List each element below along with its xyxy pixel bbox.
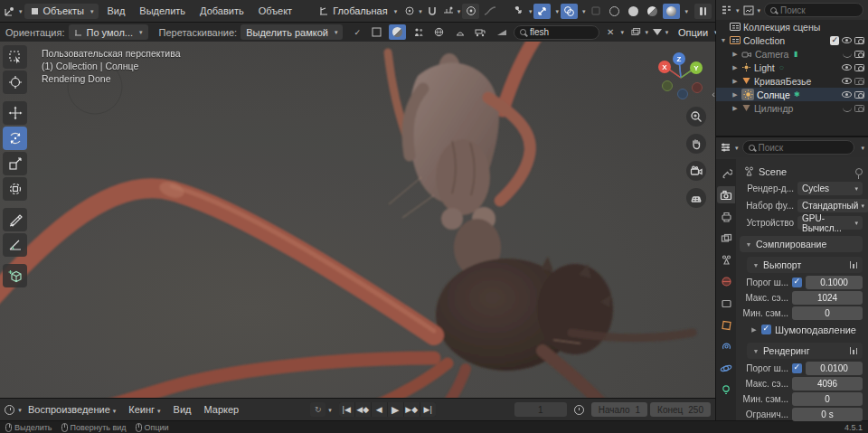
play-button[interactable]: ▶: [388, 402, 403, 417]
sidebar-collapse-arrow[interactable]: ‹: [712, 89, 715, 99]
tool-transform[interactable]: [3, 177, 27, 201]
frame-start-field[interactable]: Начало 1: [591, 402, 647, 417]
menu-timeline-view[interactable]: Вид: [167, 404, 198, 415]
axis-x-ball[interactable]: X: [658, 61, 671, 73]
chevron-down-icon[interactable]: ▾: [684, 8, 688, 14]
proportional-edit-button[interactable]: [462, 4, 479, 19]
tab-tool[interactable]: [717, 165, 735, 182]
render-min-samples-field[interactable]: 0: [792, 392, 863, 406]
chevron-expanded-icon[interactable]: ▼: [720, 37, 727, 43]
jump-end-button[interactable]: ▶|: [420, 402, 436, 417]
tool-annotate[interactable]: [3, 208, 27, 231]
frame-end-field[interactable]: Конец 250: [650, 402, 711, 417]
scene-collection-row[interactable]: Коллекция сцены: [716, 20, 868, 33]
chevron-down-icon[interactable]: ▾: [582, 8, 586, 14]
outliner-display-mode-button[interactable]: ▾: [743, 3, 761, 18]
presets-icon[interactable]: [850, 347, 858, 354]
camera-view-button[interactable]: [686, 161, 706, 181]
tool-add-primitive[interactable]: [3, 264, 27, 287]
render-subsection-header[interactable]: ▼ Рендеринг: [747, 343, 863, 359]
tab-world[interactable]: [717, 273, 735, 290]
min-samples-field[interactable]: 0: [792, 306, 863, 320]
eye-closed-icon[interactable]: [843, 108, 852, 112]
noise-threshold-field[interactable]: 0.1000: [806, 276, 863, 289]
tab-view-layer[interactable]: [717, 230, 735, 247]
brush-search-field[interactable]: [514, 25, 599, 40]
shading-material-button[interactable]: [644, 4, 661, 19]
axis-neg-y-ball[interactable]: [662, 80, 673, 91]
snap-toggle-button[interactable]: [424, 4, 441, 19]
slot-sphere-button[interactable]: [389, 24, 406, 40]
mode-dropdown[interactable]: Объекты ▾: [24, 4, 99, 19]
tab-collection-props[interactable]: [717, 295, 735, 312]
presets-icon[interactable]: [850, 261, 858, 268]
eye-open-icon[interactable]: [842, 37, 852, 43]
outliner-search-input[interactable]: [780, 5, 835, 15]
outliner-item-light[interactable]: ▶ Light ◌: [716, 61, 868, 74]
ortho-toggle-button[interactable]: [686, 188, 706, 208]
chevron-down-icon[interactable]: ▾: [555, 8, 559, 14]
pivot-point-dropdown[interactable]: ▾: [404, 4, 422, 19]
chevron-collapsed-icon[interactable]: ▶: [731, 91, 739, 99]
shading-wireframe-button[interactable]: [606, 4, 623, 19]
time-limit-field[interactable]: 0 s: [792, 408, 863, 421]
chevron-down-icon[interactable]: ▾: [861, 145, 864, 151]
render-noise-threshold-checkbox[interactable]: [792, 363, 802, 373]
sync-button[interactable]: ↻: [310, 402, 326, 417]
shading-solid-button[interactable]: [625, 4, 642, 19]
render-engine-dropdown[interactable]: Cycles▾: [797, 182, 863, 195]
transform-orientation-dropdown[interactable]: Глобальная ▾: [313, 4, 402, 19]
menu-add[interactable]: Добавить: [193, 5, 250, 16]
outliner-item-camera[interactable]: ▶ Camera ▮: [716, 47, 868, 61]
auto-keying-button[interactable]: [571, 402, 588, 418]
eye-open-icon[interactable]: [842, 91, 852, 98]
slot-ramp-button[interactable]: [493, 24, 510, 40]
slot-cart-button[interactable]: [472, 24, 489, 40]
header-checkmark-icon[interactable]: ✓: [354, 28, 361, 37]
sampling-section-header[interactable]: ▼ Сэмплирование: [740, 236, 863, 252]
eye-open-icon[interactable]: [842, 64, 852, 71]
menu-keying[interactable]: Кеинг▾: [122, 404, 166, 415]
tab-scene[interactable]: [717, 251, 735, 268]
render-visibility-icon[interactable]: [854, 64, 864, 71]
render-visibility-icon[interactable]: [854, 37, 864, 44]
slot-clay-button[interactable]: [451, 24, 468, 40]
axis-neg-x-ball[interactable]: [692, 82, 703, 93]
chevron-down-icon[interactable]: ▾: [620, 29, 624, 35]
render-pause-button[interactable]: [694, 4, 712, 19]
search-input[interactable]: [530, 27, 593, 37]
tab-object[interactable]: [717, 316, 735, 334]
render-visibility-icon[interactable]: [854, 105, 864, 112]
tab-output[interactable]: [717, 208, 735, 225]
pin-icon[interactable]: [855, 168, 863, 175]
viewport-3d[interactable]: Пользовательская перспектива (1) Collect…: [0, 42, 715, 398]
denoise-checkbox[interactable]: [761, 325, 771, 334]
properties-search-input[interactable]: [759, 143, 813, 153]
drag-mode-dropdown[interactable]: Выделить рамкой ▾: [241, 24, 343, 40]
slot-image-button[interactable]: [368, 24, 385, 40]
shading-rendered-button[interactable]: [663, 4, 680, 19]
gizmos-toggle-button[interactable]: [533, 4, 551, 19]
close-icon[interactable]: ✕: [607, 27, 614, 37]
navigation-gizmo[interactable]: X Z Y: [654, 51, 708, 105]
prev-keyframe-button[interactable]: ◀◆: [355, 402, 371, 417]
next-keyframe-button[interactable]: ▶◆: [404, 402, 420, 417]
zoom-button[interactable]: [686, 107, 706, 127]
max-samples-field[interactable]: 1024: [792, 291, 863, 305]
menu-view[interactable]: Вид: [100, 5, 131, 16]
tool-scale[interactable]: [3, 152, 27, 175]
tab-physics[interactable]: [717, 360, 735, 377]
jump-start-button[interactable]: |◀: [339, 402, 354, 417]
slot-globe-button[interactable]: [430, 24, 448, 40]
filter-dropdown[interactable]: ▾: [652, 24, 669, 40]
chevron-collapsed-icon[interactable]: ▶: [731, 51, 739, 58]
collection-row[interactable]: ▼ Collection: [716, 33, 868, 47]
axis-z-ball[interactable]: Z: [673, 52, 685, 65]
timeline-editor-button[interactable]: ▾: [5, 402, 22, 418]
feature-set-dropdown[interactable]: Стандартный▾: [797, 199, 868, 212]
render-visibility-icon[interactable]: [854, 78, 864, 85]
properties-editor-button[interactable]: ▾: [720, 140, 739, 155]
orientation-default-dropdown[interactable]: По умол... ▾: [69, 24, 148, 40]
tool-rotate[interactable]: [3, 127, 27, 150]
chevron-collapsed-icon[interactable]: ▶: [731, 105, 739, 112]
